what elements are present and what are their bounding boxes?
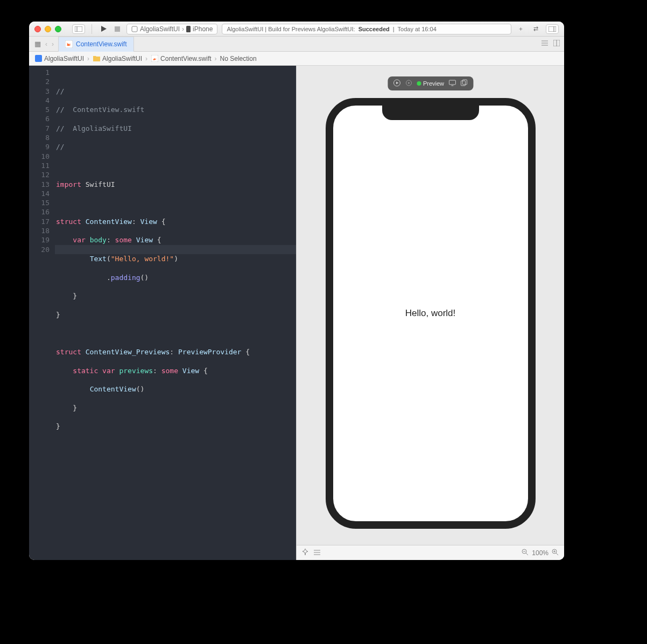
preview-canvas[interactable]: Hello, world! (297, 66, 564, 545)
tok: SwiftUI (86, 180, 115, 188)
zoom-window-button[interactable] (55, 26, 61, 32)
sidebar-icon (75, 26, 82, 32)
sliders-icon (314, 549, 320, 555)
svg-marker-17 (396, 82, 398, 85)
tok: View (136, 236, 153, 244)
tok: var (73, 236, 85, 244)
preview-toolbar: Preview (388, 76, 473, 90)
back-button[interactable]: ‹ (45, 40, 47, 48)
tok: ContentView.swift (73, 106, 144, 114)
preview-footer: 100% (297, 545, 564, 560)
bc-project[interactable]: AlgoliaSwiftUI (44, 55, 84, 62)
source-editor[interactable]: 1 2 3 4 5 6 7 8 9 10 11 12 13 14 15 16 1… (29, 66, 296, 560)
status-time: Today at 16:04 (398, 26, 437, 32)
zoom-level[interactable]: 100% (532, 549, 548, 557)
svg-rect-22 (461, 81, 465, 86)
ln: 2 (29, 77, 50, 86)
tok: // (56, 106, 73, 114)
svg-rect-5 (186, 26, 191, 32)
bc-folder[interactable]: AlgoliaSwiftUI (102, 55, 142, 62)
tok: "Hello, world!" (111, 255, 174, 263)
zoom-in-button[interactable] (552, 549, 559, 557)
status-text: AlgoliaSwiftUI | Build for Previews Algo… (227, 26, 355, 32)
preview-status[interactable]: Preview (417, 80, 444, 87)
zoom-out-button[interactable] (522, 549, 529, 557)
ln: 14 (29, 189, 50, 198)
tok: padding (111, 274, 140, 282)
pin-preview-button[interactable] (302, 549, 308, 557)
svg-rect-14 (35, 55, 42, 62)
ln: 9 (29, 142, 50, 151)
preview-options-button[interactable] (314, 549, 320, 557)
svg-point-19 (407, 82, 409, 84)
related-items-button[interactable]: ▦ (34, 40, 41, 48)
tab-filename: ContentView.swift (76, 40, 127, 48)
split-icon (553, 40, 560, 46)
toggle-inspector-button[interactable] (546, 24, 559, 34)
stop-button[interactable] (112, 24, 122, 34)
ln: 1 (29, 68, 50, 77)
tok: struct (56, 348, 81, 356)
ln: 20 (29, 245, 50, 254)
zoom-out-icon (522, 549, 529, 556)
forward-button[interactable]: › (52, 40, 54, 48)
toolbar-right: ＋ ⇄ (516, 24, 559, 34)
play-icon (101, 26, 107, 32)
device-settings-button[interactable] (448, 80, 456, 87)
ln: 4 (29, 96, 50, 105)
ln: 17 (29, 217, 50, 226)
minimize-window-button[interactable] (45, 26, 51, 32)
folder-icon (93, 55, 100, 62)
toolbar: AlgoliaSwiftUI › iPhone AlgoliaSwiftUI |… (29, 22, 564, 37)
tok: PreviewProvider (178, 348, 241, 356)
live-preview-button[interactable] (393, 79, 400, 88)
canvas-preview: Preview Hello, world! (296, 66, 564, 560)
bc-selection[interactable]: No Selection (220, 55, 257, 62)
svg-rect-20 (449, 80, 455, 85)
code-area[interactable]: // // ContentView.swift // AlgoliaSwiftU… (55, 66, 296, 560)
ln: 13 (29, 180, 50, 189)
iphone-frame: Hello, world! (326, 98, 536, 529)
duplicate-preview-button[interactable] (460, 79, 468, 88)
tok: body (90, 236, 107, 244)
scheme-target: AlgoliaSwiftUI (140, 25, 180, 33)
add-button[interactable]: ＋ (516, 24, 525, 34)
iphone-notch (382, 105, 479, 120)
play-circle-icon (393, 79, 400, 87)
tab-bar-left: ▦ ‹ › (29, 40, 54, 48)
target-icon (405, 79, 412, 87)
minimap-toggle[interactable] (541, 40, 548, 48)
jump-bar[interactable]: AlgoliaSwiftUI › AlgoliaSwiftUI › Conten… (29, 52, 564, 66)
chevron-right-icon: › (215, 55, 217, 62)
scheme-selector[interactable]: AlgoliaSwiftUI › iPhone (126, 24, 217, 34)
svg-rect-6 (548, 26, 556, 32)
tab-contentview[interactable]: ContentView.swift (58, 37, 134, 52)
ln: 18 (29, 226, 50, 235)
adjust-editor-button[interactable] (553, 40, 560, 48)
iphone-icon (186, 26, 191, 32)
code-review-button[interactable]: ⇄ (531, 24, 540, 34)
activity-status[interactable]: AlgoliaSwiftUI | Build for Previews Algo… (222, 24, 511, 34)
status-result: Succeeded (358, 26, 390, 32)
tok: // (56, 124, 73, 132)
ln: 12 (29, 170, 50, 179)
traffic-lights (34, 26, 61, 32)
ln: 10 (29, 152, 50, 161)
arrows-icon: ⇄ (533, 25, 538, 32)
toggle-navigator-button[interactable] (72, 24, 85, 34)
preview-rendered-text: Hello, world! (405, 308, 456, 319)
ln: 15 (29, 198, 50, 207)
tok: Text (90, 255, 107, 263)
scheme-destination: iPhone (193, 25, 213, 33)
tok: // (56, 143, 65, 151)
inspect-preview-button[interactable] (405, 79, 412, 88)
bc-file[interactable]: ContentView.swift (160, 55, 212, 62)
chevron-right-icon: › (145, 55, 147, 62)
duplicate-icon (460, 79, 468, 87)
run-button[interactable] (99, 24, 108, 34)
tok: previews (119, 367, 153, 375)
project-icon (34, 55, 42, 62)
close-window-button[interactable] (34, 26, 41, 32)
ln: 11 (29, 161, 50, 170)
svg-rect-15 (151, 55, 158, 62)
